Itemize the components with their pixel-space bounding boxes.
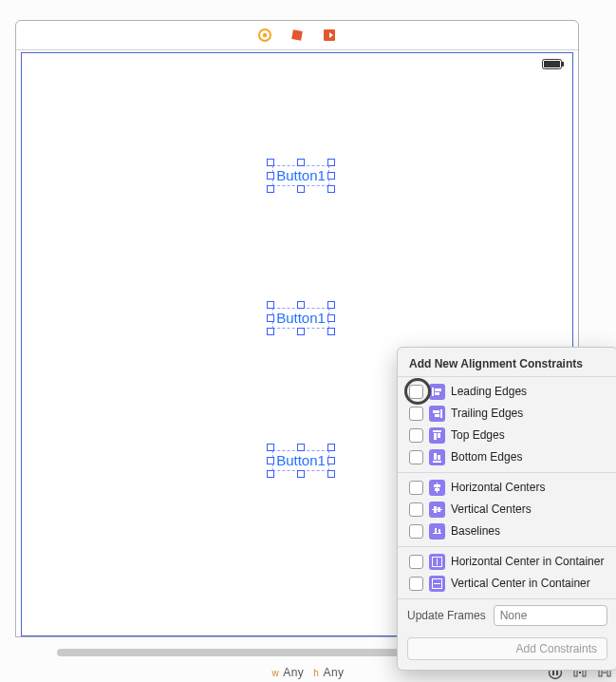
popover-title: Add New Alignment Constraints xyxy=(398,348,616,376)
leading-edges-icon xyxy=(429,384,445,400)
row-horizontal-centers[interactable]: Horizontal Centers xyxy=(398,477,616,499)
update-frames-label: Update Frames xyxy=(407,609,486,622)
svg-rect-16 xyxy=(435,388,441,391)
hcenters-icon xyxy=(429,480,445,496)
svg-rect-6 xyxy=(562,62,564,66)
svg-rect-37 xyxy=(434,583,440,584)
svg-rect-19 xyxy=(433,410,439,413)
row-bottom-edges[interactable]: Bottom Edges xyxy=(398,446,616,468)
svg-rect-32 xyxy=(438,507,440,512)
svg-rect-29 xyxy=(435,488,439,491)
selected-button-3[interactable]: Button1 xyxy=(272,450,329,471)
top-edges-icon xyxy=(429,427,445,444)
row-label: Horizontal Centers xyxy=(451,479,545,497)
svg-rect-2 xyxy=(291,29,303,41)
checkbox[interactable] xyxy=(409,481,423,495)
row-label: Vertical Centers xyxy=(451,501,532,519)
svg-rect-31 xyxy=(434,506,437,513)
add-constraints-label: Add Constraints xyxy=(516,642,597,655)
svg-rect-33 xyxy=(433,533,441,534)
row-top-edges[interactable]: Top Edges xyxy=(398,425,616,446)
height-value: Any xyxy=(323,666,344,679)
centers-section: Horizontal Centers Vertical Centers Base… xyxy=(398,472,616,546)
checkbox[interactable] xyxy=(409,524,423,539)
svg-rect-17 xyxy=(435,392,439,395)
svg-rect-11 xyxy=(579,672,581,673)
checkbox[interactable] xyxy=(409,555,423,569)
svg-rect-5 xyxy=(544,61,560,67)
svg-rect-26 xyxy=(438,455,440,460)
svg-rect-22 xyxy=(434,433,437,440)
row-label: Trailing Edges xyxy=(451,405,523,423)
hcenter-container-icon xyxy=(429,554,445,570)
edges-section: Leading Edges Trailing Edges Top Edges B… xyxy=(398,376,616,472)
checkbox[interactable] xyxy=(409,577,423,591)
row-label: Bottom Edges xyxy=(451,448,522,466)
device-header xyxy=(16,21,578,50)
baselines-icon xyxy=(429,523,445,540)
row-label: Horizontal Center in Container xyxy=(451,553,604,571)
svg-rect-15 xyxy=(432,388,434,396)
row-vertical-centers[interactable]: Vertical Centers xyxy=(398,499,616,521)
row-label: Top Edges xyxy=(451,426,505,445)
checkbox[interactable] xyxy=(409,428,423,443)
selected-button-1[interactable]: Button1 xyxy=(272,165,329,186)
viewcontroller-icon[interactable] xyxy=(257,28,272,43)
width-prefix: w xyxy=(271,668,279,678)
alignment-constraints-popover: Add New Alignment Constraints Leading Ed… xyxy=(397,347,616,671)
update-frames-row: Update Frames None xyxy=(398,598,616,632)
svg-rect-35 xyxy=(437,559,438,565)
checkbox[interactable] xyxy=(409,450,423,464)
selected-button-2[interactable]: Button1 xyxy=(272,308,329,329)
row-hcenter-container[interactable]: Horizontal Center in Container xyxy=(398,551,616,573)
svg-rect-27 xyxy=(437,483,438,493)
vcenters-icon xyxy=(429,502,445,518)
container-section: Horizontal Center in Container Vertical … xyxy=(398,546,616,598)
svg-point-1 xyxy=(263,33,267,37)
height-prefix: h xyxy=(313,668,319,678)
checkbox[interactable] xyxy=(409,407,423,421)
row-label: Leading Edges xyxy=(451,383,527,401)
svg-rect-21 xyxy=(433,430,441,432)
svg-rect-20 xyxy=(435,414,439,417)
checkbox[interactable] xyxy=(409,385,423,399)
svg-rect-24 xyxy=(433,461,441,463)
trailing-edges-icon xyxy=(429,406,445,422)
svg-rect-30 xyxy=(432,509,442,510)
row-trailing-edges[interactable]: Trailing Edges xyxy=(398,403,616,425)
bottom-edges-icon xyxy=(429,449,445,465)
battery-icon xyxy=(542,59,565,70)
svg-rect-25 xyxy=(434,453,437,460)
vcenter-container-icon xyxy=(429,576,445,592)
row-baselines[interactable]: Baselines xyxy=(398,521,616,542)
checkbox[interactable] xyxy=(409,502,423,517)
update-frames-select[interactable]: None xyxy=(494,605,607,626)
svg-rect-28 xyxy=(434,484,440,487)
add-constraints-button[interactable]: Add Constraints xyxy=(407,637,607,660)
row-label: Baselines xyxy=(451,522,500,540)
firstresponder-icon[interactable] xyxy=(289,28,305,43)
svg-rect-18 xyxy=(440,409,442,418)
exit-icon[interactable] xyxy=(322,28,337,43)
svg-rect-23 xyxy=(438,433,440,438)
row-label: Vertical Center in Container xyxy=(451,575,590,593)
row-vcenter-container[interactable]: Vertical Center in Container xyxy=(398,573,616,595)
width-value: Any xyxy=(283,666,304,679)
row-leading-edges[interactable]: Leading Edges xyxy=(398,381,616,403)
update-frames-value: None xyxy=(500,609,528,622)
